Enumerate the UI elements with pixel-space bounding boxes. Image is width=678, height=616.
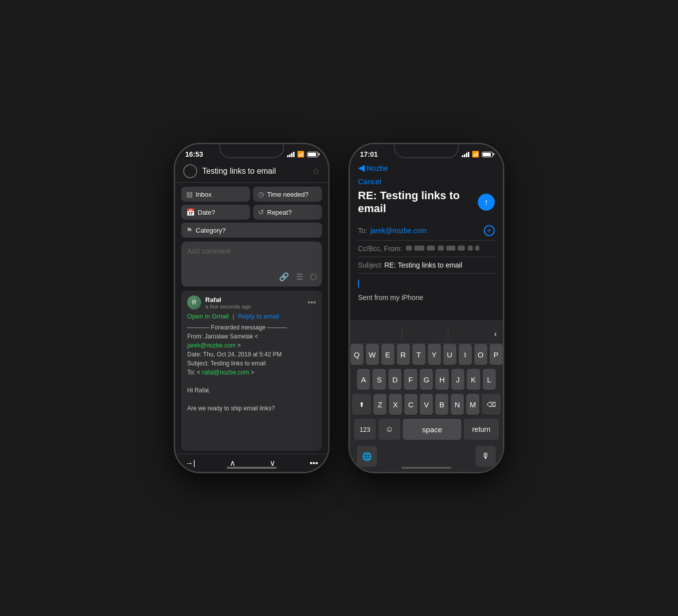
key-c[interactable]: C <box>404 394 417 415</box>
from-line: From: Jarosław Samelak < <box>187 332 316 341</box>
cancel-button[interactable]: ◀ Nozbe <box>358 162 388 173</box>
right-signal-bars <box>462 152 469 157</box>
return-key[interactable]: return <box>464 419 499 440</box>
key-o[interactable]: O <box>474 344 487 365</box>
key-k[interactable]: K <box>467 369 480 390</box>
to-field-row[interactable]: To: jarek@nozbe.com + <box>358 221 495 241</box>
signal-bar-2 <box>289 154 291 157</box>
keyboard-row-3: ⬆ Z X C V B N M ⌫ <box>352 394 501 415</box>
key-y[interactable]: Y <box>428 344 441 365</box>
star-icon[interactable]: ☆ <box>312 166 320 177</box>
task-complete-circle[interactable] <box>183 164 197 178</box>
key-x[interactable]: X <box>389 394 402 415</box>
left-phone-screen: 16:53 📶 Testing links to email ☆ <box>175 144 328 472</box>
list-icon[interactable]: ☰ <box>296 272 303 282</box>
key-g[interactable]: G <box>420 369 433 390</box>
key-n[interactable]: N <box>451 394 464 415</box>
key-p[interactable]: P <box>490 344 503 365</box>
delete-key[interactable]: ⌫ <box>482 394 501 415</box>
nav-bar: ◀ Nozbe <box>350 160 503 177</box>
subject-field-row[interactable]: Subject RE: Testing links to email <box>358 257 495 274</box>
space-key[interactable]: space <box>403 419 461 440</box>
key-m[interactable]: M <box>466 394 479 415</box>
cc-field-row[interactable]: Cc/Bcc, From: <box>358 241 495 257</box>
key-f[interactable]: F <box>404 369 417 390</box>
redacted-6 <box>458 246 465 251</box>
emoji-key[interactable]: ☺ <box>378 419 400 440</box>
key-w[interactable]: W <box>366 344 379 365</box>
signal-bar-3 <box>466 153 467 157</box>
right-battery-icon <box>482 152 493 157</box>
right-status-icons: 📶 <box>462 151 493 158</box>
inbox-button[interactable]: ▤ Inbox <box>181 187 250 202</box>
keyboard-expand-icon[interactable]: ‹ <box>494 329 497 338</box>
send-button[interactable]: ↑ <box>478 194 495 211</box>
key-s[interactable]: S <box>372 369 385 390</box>
shift-key[interactable]: ⬆ <box>352 394 371 415</box>
left-bottom-toolbar: →| ∧ ∨ ••• <box>175 454 328 472</box>
compose-body[interactable]: Sent from my iPhone <box>358 274 495 307</box>
right-phone-screen: 17:01 📶 ◀ Nozbe Ca <box>350 144 503 472</box>
email-subject: RE: Testing links to email <box>358 189 478 215</box>
key-a[interactable]: A <box>357 369 370 390</box>
inbox-label: Inbox <box>196 191 212 198</box>
key-i[interactable]: I <box>459 344 472 365</box>
comment-links: Open in Gmail | Reply to email <box>187 312 316 320</box>
greeting: Hi Rafał, <box>187 386 316 395</box>
signal-bar-1 <box>287 155 289 157</box>
comment-area[interactable]: Add comment 🔗 ☰ ⬡ <box>181 242 322 287</box>
signal-bar-3 <box>291 153 293 157</box>
from-email[interactable]: jarek@nozbe.com <box>187 342 236 349</box>
date-button[interactable]: 📅 Date? <box>181 205 250 220</box>
from-email-line: jarek@nozbe.com > <box>187 341 316 350</box>
signal-bars <box>287 152 295 157</box>
left-time: 16:53 <box>185 150 203 158</box>
add-recipient-button[interactable]: + <box>484 225 495 236</box>
keyboard-suggestions: ‹ <box>352 324 501 344</box>
key-u[interactable]: U <box>443 344 456 365</box>
tab-icon[interactable]: →| <box>185 459 195 468</box>
forwarded-line: ----------- Forwarded message ---------- <box>187 323 316 332</box>
mic-icon[interactable]: 🎙 <box>476 446 496 467</box>
subject-field-value: RE: Testing links to email <box>384 261 495 269</box>
cancel-text-button[interactable]: Cancel <box>358 177 381 186</box>
task-header: Testing links to email ☆ <box>175 160 328 183</box>
battery-icon <box>307 152 318 157</box>
comment-toolbar: 🔗 ☰ ⬡ <box>279 272 317 282</box>
dropbox-icon[interactable]: ⬡ <box>310 272 317 282</box>
key-h[interactable]: H <box>435 369 448 390</box>
comment-more-button[interactable]: ••• <box>308 298 316 307</box>
more-button[interactable]: ••• <box>310 459 318 468</box>
to-email[interactable]: rafal@nozbe.com <box>202 369 249 376</box>
repeat-button[interactable]: ↺ Repeat? <box>253 205 322 220</box>
reply-to-email-link[interactable]: Reply to email <box>238 312 279 320</box>
to-line: To: < rafal@nozbe.com > <box>187 368 316 377</box>
email-compose: RE: Testing links to email ↑ To: jarek@n… <box>350 189 503 320</box>
key-z[interactable]: Z <box>373 394 386 415</box>
to-label: To: <box>358 227 367 235</box>
signal-bar-4 <box>293 152 295 157</box>
task-header-left: Testing links to email <box>183 164 276 178</box>
battery-fill <box>308 153 316 156</box>
globe-icon[interactable]: 🌐 <box>357 446 377 467</box>
time-needed-button[interactable]: ◷ Time needed? <box>253 187 322 202</box>
open-gmail-link[interactable]: Open in Gmail <box>187 312 229 320</box>
category-button[interactable]: ⚑ Category? <box>181 223 322 238</box>
key-v[interactable]: V <box>420 394 433 415</box>
key-t[interactable]: T <box>412 344 425 365</box>
link-icon[interactable]: 🔗 <box>279 272 289 282</box>
key-d[interactable]: D <box>388 369 401 390</box>
numbers-key[interactable]: 123 <box>354 419 376 440</box>
key-b[interactable]: B <box>435 394 448 415</box>
author-time: a few seconds ago <box>205 304 251 309</box>
key-j[interactable]: J <box>451 369 464 390</box>
keyboard-row-1: Q W E R T Y U I O P <box>352 344 501 365</box>
right-wifi-icon: 📶 <box>472 151 479 158</box>
key-e[interactable]: E <box>381 344 394 365</box>
key-l[interactable]: L <box>483 369 496 390</box>
key-r[interactable]: R <box>397 344 410 365</box>
redacted-1 <box>406 246 412 251</box>
redacted-3 <box>427 246 435 251</box>
comment-body: ----------- Forwarded message ----------… <box>187 323 316 413</box>
key-q[interactable]: Q <box>350 344 363 365</box>
